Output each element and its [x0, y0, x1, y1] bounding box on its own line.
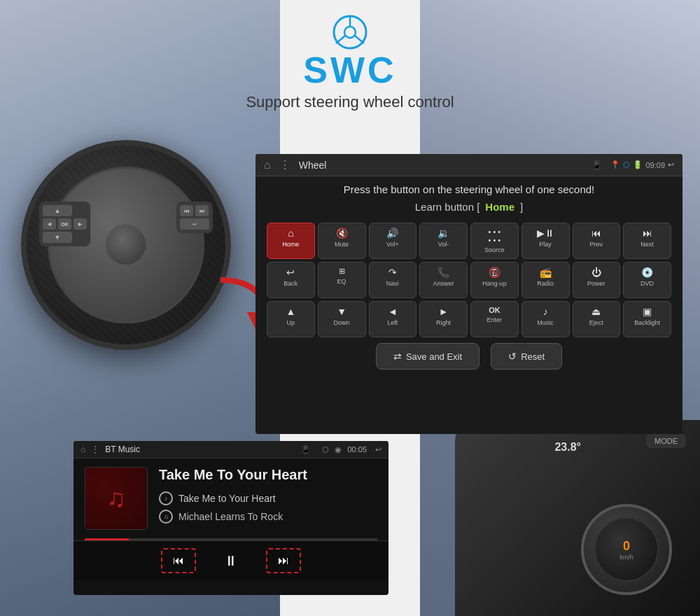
btn-right-label: Right — [436, 319, 451, 326]
btn-radio-label: Radio — [537, 280, 554, 287]
music-controls: ⏮ ⏸ ⏭ — [74, 540, 388, 580]
home-icon: ⌂ — [288, 227, 293, 239]
btn-enter-label: Enter — [487, 316, 503, 323]
track-item-2: ♫ Michael Learns To Rock — [159, 510, 377, 524]
music-time: 00:05 — [347, 445, 367, 454]
svg-line-3 — [336, 36, 345, 43]
button-grid: ⌂ Home 🔇 Mute 🔊 Vol+ 🔉 Vol- • • •• • • S… — [267, 223, 671, 337]
navi-icon: ↷ — [388, 267, 397, 278]
source-icon: • • •• • • — [489, 227, 501, 244]
btn-vol-minus[interactable]: 🔉 Vol- — [419, 223, 468, 259]
swc-section: SWC Support steering wheel control — [0, 14, 700, 111]
learn-prefix: Learn button [ — [415, 201, 480, 213]
btn-power[interactable]: ⏻ Power — [573, 262, 621, 298]
music-bt-icon: ⬡ — [322, 445, 329, 454]
prev-track-icon: ⏮ — [173, 554, 184, 567]
music-icon: ♪ — [543, 306, 548, 317]
btn-power-label: Power — [587, 280, 606, 287]
btn-next[interactable]: ⏭ Next — [623, 223, 671, 259]
btn-up[interactable]: ▲ Up — [267, 301, 315, 337]
radio-icon: 📻 — [540, 267, 552, 278]
btn-source[interactable]: • • •• • • Source — [470, 223, 519, 259]
screen-icon: 📱 — [592, 160, 602, 170]
btn-navi[interactable]: ↷ Navi — [369, 262, 417, 298]
gauge-unit: km/h — [620, 554, 634, 561]
btn-backlight[interactable]: ▣ Backlight — [623, 301, 671, 337]
btn-play[interactable]: ▶⏸ Play — [522, 223, 570, 259]
btn-answer[interactable]: 📞 Answer — [419, 262, 468, 298]
btn-down-label: Down — [334, 319, 350, 326]
btn-radio[interactable]: 📻 Radio — [522, 262, 570, 298]
music-screen: ⌂ ⋮ BT Music 📱 ⬡ ◉ 00:05 ↩ ♫ Take Me To … — [74, 441, 388, 595]
btn-navi-label: Navi — [386, 280, 399, 287]
down-icon: ▼ — [337, 306, 346, 317]
save-exit-button[interactable]: ⇄ Save and Exit — [376, 343, 479, 370]
btn-home[interactable]: ⌂ Home — [267, 223, 315, 259]
time-display: 09:09 — [645, 161, 665, 169]
btn-play-label: Play — [539, 241, 552, 248]
save-exit-label: Save and Exit — [406, 351, 462, 362]
track-1-name: Take Me to Your Heart — [178, 493, 276, 504]
next-track-button[interactable]: ⏭ — [266, 548, 301, 573]
next-track-icon: ⏭ — [278, 554, 289, 567]
btn-hangup[interactable]: 📵 Hang-up — [470, 262, 519, 298]
vol-minus-icon: 🔉 — [438, 227, 449, 239]
swc-subtitle: Support steering wheel control — [246, 93, 454, 111]
next-icon: ⏭ — [643, 227, 652, 239]
bluetooth-icon: ⬡ — [623, 160, 630, 169]
speedometer-gauge: 0 km/h — [581, 504, 672, 595]
btn-eject[interactable]: ⏏ Eject — [573, 301, 621, 337]
steering-wheel-icon — [332, 14, 368, 50]
btn-back[interactable]: ↩ Back — [267, 262, 315, 298]
screen-header: ⌂ ⋮ Wheel 📱 📍 ⬡ 🔋 09:09 ↩ — [255, 154, 682, 176]
battery-icon: 🔋 — [633, 160, 643, 169]
eject-icon: ⏏ — [592, 306, 601, 317]
album-art: ♫ — [85, 467, 148, 530]
btn-dvd[interactable]: 💿 DVD — [623, 262, 671, 298]
btn-hangup-label: Hang-up — [482, 280, 507, 287]
btn-backlight-label: Backlight — [634, 319, 660, 326]
btn-enter[interactable]: OK Enter — [470, 301, 519, 337]
btn-prev-label: Prev — [590, 241, 603, 248]
btn-prev[interactable]: ⏮ Prev — [573, 223, 621, 259]
progress-fill — [85, 538, 129, 540]
music-back-icon: ↩ — [375, 445, 382, 454]
btn-eq-label: EQ — [337, 278, 346, 285]
music-menu-icon: ⋮ — [91, 444, 99, 454]
btn-source-label: Source — [484, 246, 505, 253]
btn-next-label: Next — [640, 241, 654, 248]
learn-suffix: ] — [520, 201, 523, 213]
screen-body: Press the button on the steering wheel o… — [255, 176, 682, 377]
backlight-icon: ▣ — [643, 306, 652, 317]
btn-left[interactable]: ◄ Left — [369, 301, 417, 337]
play-icon: ▶⏸ — [537, 227, 554, 239]
hangup-icon: 📵 — [489, 267, 500, 278]
wheel-control-screen: ⌂ ⋮ Wheel 📱 📍 ⬡ 🔋 09:09 ↩ Press the butt… — [255, 154, 682, 434]
btn-mute[interactable]: 🔇 Mute — [318, 223, 366, 259]
mute-icon: 🔇 — [336, 227, 348, 239]
btn-music[interactable]: ♪ Music — [522, 301, 570, 337]
btn-back-label: Back — [284, 280, 298, 287]
reset-label: Reset — [521, 351, 545, 362]
dashboard-area: 0 km/h MODE 23.8° — [455, 420, 700, 616]
eq-icon: ⊞ — [339, 267, 345, 276]
btn-right[interactable]: ► Right — [419, 301, 468, 337]
reset-button[interactable]: ↺ Reset — [491, 343, 562, 370]
mode-button[interactable]: MODE — [646, 434, 686, 448]
btn-dvd-label: DVD — [640, 280, 654, 287]
right-icon: ► — [439, 306, 449, 317]
btn-answer-label: Answer — [433, 280, 454, 287]
back-btn-icon: ↩ — [286, 267, 295, 278]
status-bar: 📍 ⬡ 🔋 09:09 ↩ — [610, 160, 674, 169]
play-pause-button[interactable]: ⏸ — [224, 553, 238, 569]
back-icon: ↩ — [668, 160, 674, 169]
gauge-value: 0 — [623, 539, 630, 554]
prev-track-button[interactable]: ⏮ — [161, 548, 196, 573]
progress-bar[interactable] — [85, 538, 377, 540]
btn-eq[interactable]: ⊞ EQ — [318, 262, 366, 298]
learn-button-row: Learn button [ Home ] — [267, 201, 671, 213]
menu-icon: ⋮ — [279, 158, 290, 172]
btn-down[interactable]: ▼ Down — [318, 301, 366, 337]
bottom-actions: ⇄ Save and Exit ↺ Reset — [267, 343, 671, 370]
btn-vol-plus[interactable]: 🔊 Vol+ — [369, 223, 417, 259]
